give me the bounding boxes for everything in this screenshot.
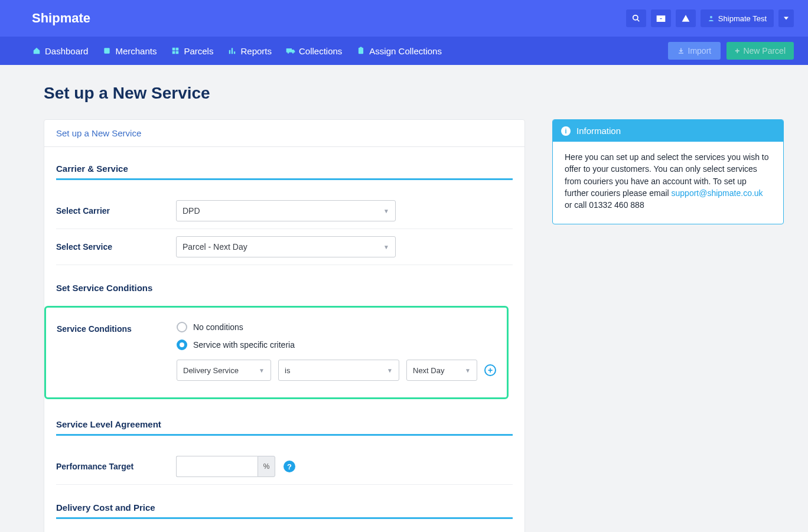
svg-point-2 [710,16,712,18]
panel-head: Set up a New Service [44,120,524,147]
svg-rect-6 [172,51,175,54]
radio-no-conditions[interactable]: No conditions [177,322,496,332]
performance-target-input[interactable] [176,456,258,477]
performance-target-label: Performance Target [56,462,176,471]
nav-assign-collections[interactable]: Assign Collections [356,46,442,56]
svg-rect-7 [176,51,179,54]
svg-rect-11 [286,48,292,53]
svg-rect-5 [176,48,179,51]
svg-rect-10 [234,51,235,54]
user-label: Shipmate Test [718,14,767,23]
svg-line-1 [637,19,640,22]
info-icon: i [561,126,571,136]
page-title: Set up a New Service [44,84,764,103]
new-parcel-button[interactable]: + New Parcel [726,42,794,60]
download-icon [677,47,685,54]
clipboard-icon [356,46,366,56]
nav-collections[interactable]: Collections [286,46,342,56]
radio-specific-criteria[interactable]: Service with specific criteria [177,340,496,350]
svg-rect-8 [229,50,230,54]
merchant-icon [102,46,112,56]
select-carrier-label: Select Carrier [56,206,176,216]
section-delivery-cost: Delivery Cost and Price [56,497,513,519]
conditions-highlight: Service Conditions No conditions Service… [44,306,509,399]
svg-rect-4 [172,48,175,51]
chevron-down-icon: ▼ [259,367,265,374]
brand-logo[interactable]: Shipmate [32,11,90,26]
radio-checked-icon [177,340,187,350]
nav-reports[interactable]: Reports [227,46,272,56]
svg-rect-3 [105,48,110,53]
chart-icon [227,46,237,56]
plus-icon: + [488,365,493,375]
criteria-field-select[interactable]: Delivery Service ▼ [177,360,271,381]
nav-parcels[interactable]: Parcels [171,46,213,56]
plus-icon: + [735,46,739,56]
search-icon[interactable] [626,9,646,27]
section-carrier-service: Carrier & Service [56,158,513,180]
percent-addon: % [258,456,275,477]
section-sla: Service Level Agreement [56,413,513,436]
svg-point-12 [288,52,289,54]
svg-rect-14 [359,48,363,54]
svg-point-0 [633,15,638,20]
svg-point-13 [292,52,294,54]
svg-rect-9 [232,48,233,54]
criteria-value-select[interactable]: Next Day ▼ [406,360,477,381]
criteria-op-select[interactable]: is ▼ [278,360,399,381]
info-body: Here you can set up and select the servi… [553,142,783,224]
service-conditions-label: Service Conditions [57,322,177,381]
import-button[interactable]: Import [668,42,721,60]
chevron-down-icon: ▼ [383,244,389,250]
radio-icon [177,322,187,332]
support-email-link[interactable]: support@shipmate.co.uk [672,188,763,198]
info-title: Information [576,126,621,136]
select-carrier[interactable]: DPD ▼ [176,200,396,221]
chevron-down-icon: ▼ [383,208,389,214]
add-criteria-button[interactable]: + [484,364,496,376]
home-icon [32,46,41,56]
inbox-icon[interactable] [651,9,671,27]
alert-icon[interactable] [676,9,696,27]
nav-dashboard[interactable]: Dashboard [32,46,88,56]
chevron-down-icon: ▼ [465,367,471,374]
truck-icon [286,46,295,56]
select-service-label: Select Service [56,242,176,252]
user-menu[interactable]: Shipmate Test [701,9,774,27]
main-panel: Set up a New Service Carrier & Service S… [44,119,525,532]
info-panel: i Information Here you can set up and se… [552,119,784,224]
select-service[interactable]: Parcel - Next Day ▼ [176,236,396,257]
section-set-conditions: Set Service Conditions [56,277,513,298]
grid-icon [171,46,180,56]
chevron-down-icon: ▼ [387,367,393,374]
nav-merchants[interactable]: Merchants [102,46,157,56]
help-icon[interactable]: ? [284,461,295,472]
svg-rect-15 [360,47,363,48]
user-caret-icon[interactable] [778,9,794,27]
